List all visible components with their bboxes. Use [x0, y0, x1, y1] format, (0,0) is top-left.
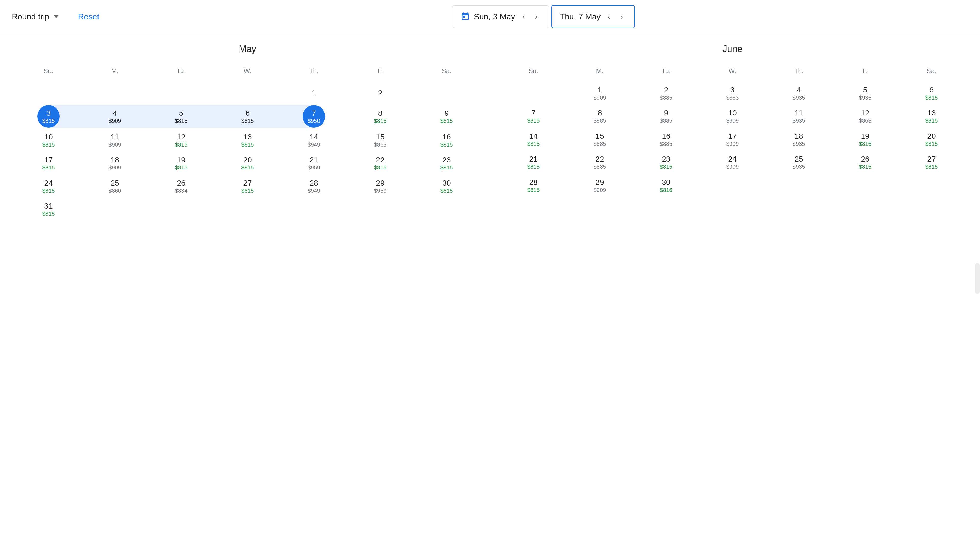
day-cell[interactable]: 23$815 [659, 152, 673, 173]
day-cell[interactable]: 15$885 [593, 129, 607, 150]
day-cell [864, 175, 866, 196]
day-cell[interactable]: 26$815 [858, 152, 873, 173]
june-weekday-tu: Tu. [633, 65, 699, 78]
day-cell[interactable]: 16$885 [659, 129, 673, 150]
day-cell[interactable]: 24$815 [41, 176, 56, 197]
day-cell[interactable]: 3$815 [37, 105, 60, 128]
day-cell[interactable]: 20$815 [924, 129, 939, 150]
day-cell[interactable]: 14$815 [526, 129, 541, 150]
departure-next-btn[interactable]: › [532, 10, 541, 23]
day-cell[interactable]: 22$885 [593, 152, 607, 173]
day-price: $815 [527, 164, 540, 170]
day-cell[interactable]: 6$815 [241, 106, 255, 127]
day-cell [114, 83, 116, 103]
day-cell[interactable]: 14$949 [307, 130, 321, 151]
reset-button[interactable]: Reset [73, 10, 105, 24]
day-price: $863 [726, 94, 739, 101]
day-cell[interactable]: 28$815 [526, 175, 541, 196]
day-cell[interactable]: 6$815 [924, 83, 939, 104]
day-cell[interactable]: 9$815 [439, 106, 454, 127]
day-cell[interactable]: 21$815 [526, 152, 541, 173]
day-cell[interactable]: 12$815 [174, 130, 189, 151]
day-cell[interactable]: 7$950 [303, 105, 325, 128]
departure-prev-btn[interactable]: ‹ [519, 10, 528, 23]
day-price: $909 [726, 117, 739, 124]
day-cell[interactable]: 27$815 [924, 152, 939, 173]
day-price: $815 [374, 164, 387, 171]
date-picker-area: Sun, 3 May ‹ › Thu, 7 May ‹ › [115, 5, 972, 28]
day-cell[interactable]: 8$885 [593, 106, 607, 127]
day-cell[interactable]: 5$935 [858, 83, 873, 104]
day-cell[interactable]: 18$935 [791, 129, 806, 150]
day-number: 28 [529, 178, 538, 187]
day-price: $935 [793, 94, 805, 101]
day-cell[interactable]: 10$815 [41, 130, 56, 151]
may-weekday-m: M. [82, 65, 148, 78]
day-cell [445, 199, 448, 220]
calendars-container: May Su. M. Tu. W. Th. F. Sa. 123$8154$90… [0, 33, 980, 230]
may-weekday-th: Th. [281, 65, 347, 78]
day-cell[interactable]: 24$909 [725, 152, 740, 173]
day-cell[interactable]: 8$815 [373, 106, 388, 127]
return-next-btn[interactable]: › [618, 10, 626, 23]
round-trip-button[interactable]: Round trip [8, 10, 63, 24]
day-cell[interactable]: 19$815 [174, 153, 189, 174]
day-cell[interactable]: 4$909 [108, 106, 122, 127]
day-cell[interactable]: 10$909 [725, 106, 740, 127]
day-cell[interactable]: 23$815 [439, 153, 454, 174]
day-cell[interactable]: 29$909 [593, 175, 607, 196]
day-cell[interactable]: 2 [377, 83, 384, 103]
day-number: 19 [177, 155, 185, 164]
day-cell [313, 199, 315, 220]
return-date-box[interactable]: Thu, 7 May ‹ › [551, 5, 635, 28]
day-cell[interactable]: 30$815 [439, 176, 454, 197]
day-cell[interactable]: 5$815 [174, 106, 189, 127]
day-cell[interactable]: 27$815 [241, 176, 255, 197]
day-cell[interactable]: 15$863 [373, 130, 388, 151]
day-cell[interactable]: 11$935 [791, 106, 806, 127]
day-cell[interactable]: 28$949 [307, 176, 321, 197]
day-cell[interactable]: 1 [311, 83, 317, 103]
day-cell[interactable]: 26$834 [174, 176, 189, 197]
day-price: $949 [308, 187, 320, 194]
day-cell[interactable]: 17$909 [725, 129, 740, 150]
day-number: 12 [177, 132, 185, 142]
day-number: 30 [442, 178, 451, 187]
day-cell[interactable]: 18$909 [108, 153, 122, 174]
departure-date-box[interactable]: Sun, 3 May ‹ › [452, 5, 549, 28]
day-cell[interactable]: 31$815 [41, 199, 56, 220]
day-cell[interactable]: 25$935 [791, 152, 806, 173]
day-cell[interactable]: 22$815 [373, 153, 388, 174]
day-cell[interactable]: 17$815 [41, 153, 56, 174]
day-price: $815 [241, 118, 254, 124]
day-cell[interactable]: 13$815 [241, 130, 255, 151]
return-prev-btn[interactable]: ‹ [605, 10, 614, 23]
day-cell[interactable]: 12$863 [858, 106, 873, 127]
day-number: 2 [378, 88, 383, 98]
day-price: $885 [660, 117, 673, 124]
day-cell[interactable]: 16$815 [439, 130, 454, 151]
day-cell[interactable]: 20$815 [241, 153, 255, 174]
day-cell[interactable]: 29$959 [373, 176, 388, 197]
day-price: $815 [374, 118, 387, 124]
may-weekdays: Su. M. Tu. W. Th. F. Sa. [15, 65, 480, 78]
day-price: $815 [440, 118, 453, 124]
day-cell[interactable]: 13$815 [924, 106, 939, 127]
calendar-icon [461, 12, 470, 21]
day-price: $935 [859, 94, 871, 101]
day-cell[interactable]: 2$885 [659, 83, 673, 104]
day-cell [180, 83, 182, 103]
day-number: 24 [44, 178, 52, 187]
day-cell[interactable]: 1$909 [593, 83, 607, 104]
day-cell[interactable]: 21$959 [307, 153, 321, 174]
day-cell[interactable]: 19$815 [858, 129, 873, 150]
day-cell[interactable]: 30$816 [659, 175, 673, 196]
day-cell[interactable]: 7$815 [526, 106, 541, 127]
day-price: $885 [660, 141, 673, 147]
day-cell[interactable]: 9$885 [659, 106, 673, 127]
day-cell[interactable]: 4$935 [791, 83, 806, 104]
day-cell[interactable]: 25$860 [108, 176, 122, 197]
day-number: 27 [927, 155, 936, 164]
day-cell[interactable]: 3$863 [725, 83, 740, 104]
day-cell[interactable]: 11$909 [108, 130, 122, 151]
